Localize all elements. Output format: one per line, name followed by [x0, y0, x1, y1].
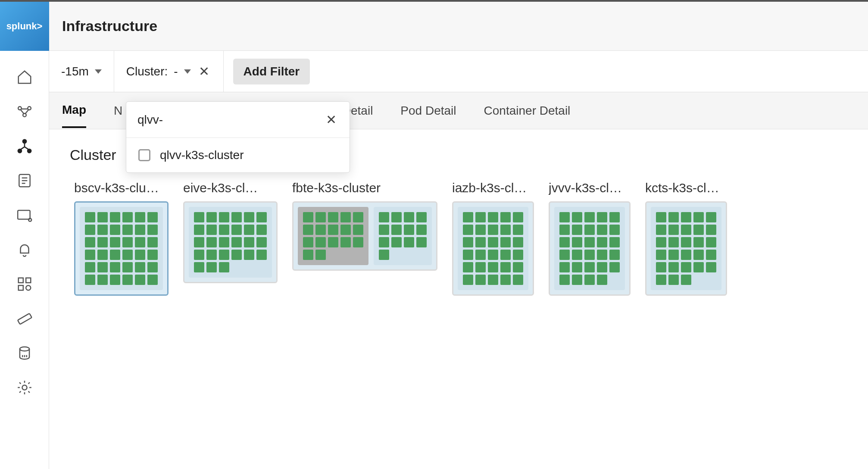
pod[interactable]	[559, 237, 570, 247]
pod[interactable]	[256, 212, 267, 222]
pod[interactable]	[416, 225, 427, 235]
pod[interactable]	[584, 225, 595, 235]
pod[interactable]	[656, 250, 666, 260]
network-icon[interactable]	[16, 103, 34, 121]
pod[interactable]	[475, 225, 486, 235]
pod[interactable]	[597, 262, 607, 272]
pod[interactable]	[693, 237, 704, 247]
cluster-box[interactable]	[549, 201, 631, 296]
rum-icon[interactable]	[16, 206, 34, 224]
tab-nodes[interactable]: N	[114, 94, 122, 127]
pod[interactable]	[340, 237, 351, 247]
pod[interactable]	[572, 225, 582, 235]
pod[interactable]	[572, 237, 582, 247]
pod[interactable]	[500, 275, 511, 285]
pod[interactable]	[122, 212, 133, 222]
cluster-card[interactable]: jvvv-k3s-cl…	[549, 181, 631, 296]
pod[interactable]	[681, 225, 691, 235]
pod[interactable]	[391, 225, 402, 235]
pod[interactable]	[500, 250, 511, 260]
pod[interactable]	[219, 262, 229, 272]
cluster-card[interactable]: bscv-k3s-clu…	[74, 181, 169, 296]
pod[interactable]	[656, 225, 666, 235]
pod[interactable]	[303, 237, 313, 247]
pod[interactable]	[706, 237, 716, 247]
pod[interactable]	[475, 275, 486, 285]
pod[interactable]	[256, 237, 267, 247]
node-box[interactable]	[554, 207, 625, 290]
cluster-card[interactable]: fbte-k3s-cluster	[292, 181, 437, 296]
pod[interactable]	[681, 212, 691, 222]
pod[interactable]	[597, 275, 607, 285]
pod[interactable]	[572, 275, 582, 285]
pod[interactable]	[206, 237, 217, 247]
infrastructure-icon[interactable]	[16, 137, 34, 155]
pod[interactable]	[379, 237, 389, 247]
pod[interactable]	[609, 237, 620, 247]
pod[interactable]	[135, 262, 145, 272]
pod[interactable]	[122, 275, 133, 285]
pod[interactable]	[404, 237, 414, 247]
pod[interactable]	[572, 262, 582, 272]
pod[interactable]	[475, 212, 486, 222]
ruler-icon[interactable]	[16, 310, 34, 328]
tab-pod-detail[interactable]: Pod Detail	[400, 94, 456, 127]
add-filter-button[interactable]: Add Filter	[233, 59, 310, 84]
pod[interactable]	[135, 275, 145, 285]
pod[interactable]	[559, 275, 570, 285]
pod[interactable]	[97, 225, 108, 235]
cluster-card[interactable]: iazb-k3s-cl…	[452, 181, 534, 296]
home-icon[interactable]	[16, 68, 34, 86]
pod[interactable]	[194, 212, 204, 222]
pod[interactable]	[110, 275, 120, 285]
checkbox[interactable]	[138, 149, 150, 161]
pod[interactable]	[147, 212, 158, 222]
time-picker[interactable]: -15m	[49, 51, 114, 92]
pod[interactable]	[206, 250, 217, 260]
pod[interactable]	[609, 250, 620, 260]
pod[interactable]	[244, 237, 254, 247]
pod[interactable]	[97, 275, 108, 285]
pod[interactable]	[231, 225, 242, 235]
pod[interactable]	[256, 225, 267, 235]
pod[interactable]	[110, 250, 120, 260]
pod[interactable]	[584, 250, 595, 260]
pod[interactable]	[500, 225, 511, 235]
pod[interactable]	[219, 225, 229, 235]
pod[interactable]	[147, 275, 158, 285]
pod[interactable]	[85, 275, 95, 285]
pod[interactable]	[463, 237, 473, 247]
pod[interactable]	[97, 237, 108, 247]
pod[interactable]	[597, 250, 607, 260]
dashboards-icon[interactable]	[16, 275, 34, 293]
pod[interactable]	[303, 212, 313, 222]
pod[interactable]	[668, 212, 679, 222]
cluster-card[interactable]: kcts-k3s-cl…	[645, 181, 727, 296]
pod[interactable]	[609, 212, 620, 222]
pod[interactable]	[97, 212, 108, 222]
pod[interactable]	[206, 225, 217, 235]
pod[interactable]	[122, 250, 133, 260]
node-box[interactable]	[374, 207, 432, 265]
pod[interactable]	[475, 262, 486, 272]
pod[interactable]	[85, 225, 95, 235]
clear-search-icon[interactable]: ✕	[324, 112, 338, 127]
pod[interactable]	[475, 237, 486, 247]
cluster-box[interactable]	[74, 201, 169, 296]
pod[interactable]	[147, 262, 158, 272]
pod[interactable]	[584, 275, 595, 285]
dropdown-option[interactable]: qlvv-k3s-cluster	[126, 138, 350, 172]
filter-search-input[interactable]	[137, 113, 319, 127]
pod[interactable]	[206, 212, 217, 222]
pod[interactable]	[219, 237, 229, 247]
pod[interactable]	[656, 262, 666, 272]
cluster-box[interactable]	[292, 201, 437, 271]
pod[interactable]	[463, 225, 473, 235]
node-box[interactable]	[458, 207, 528, 290]
pod[interactable]	[340, 225, 351, 235]
pod[interactable]	[681, 275, 691, 285]
pod[interactable]	[513, 250, 523, 260]
pod[interactable]	[668, 237, 679, 247]
gear-icon[interactable]	[16, 378, 34, 397]
pod[interactable]	[559, 262, 570, 272]
